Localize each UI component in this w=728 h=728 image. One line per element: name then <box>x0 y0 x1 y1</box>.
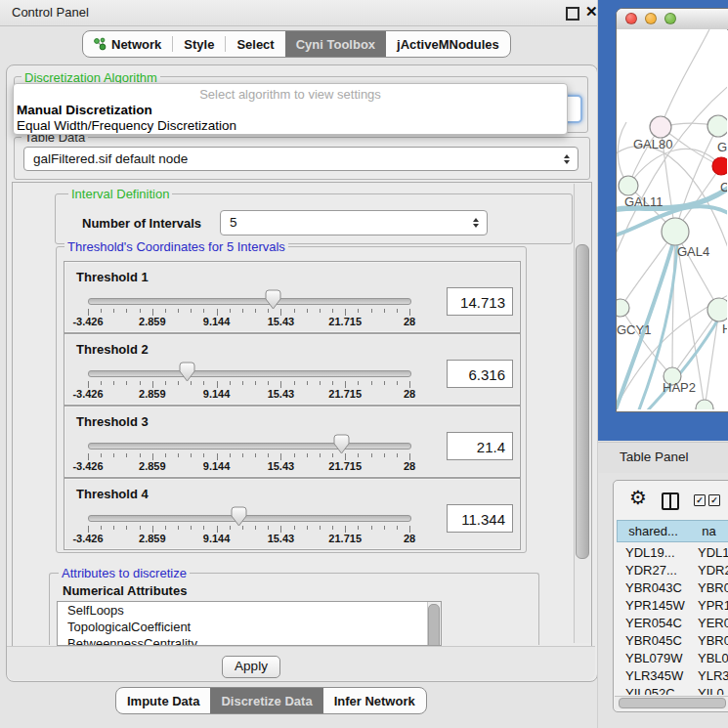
list-scrollbar-track[interactable] <box>427 602 441 645</box>
tick-mark <box>140 381 141 385</box>
apply-button[interactable]: Apply <box>222 656 280 678</box>
tick-mark <box>294 453 295 457</box>
tick-label: -3.426 <box>72 388 103 400</box>
network-node[interactable] <box>707 298 727 321</box>
float-window-icon[interactable] <box>566 7 579 21</box>
table-row[interactable]: YBL079WYBL0 <box>617 650 728 667</box>
network-node[interactable] <box>696 400 713 409</box>
tick-mark <box>191 309 192 313</box>
intervals-spinner[interactable]: 5 <box>220 210 488 236</box>
cell-name: YBR0 <box>698 632 728 650</box>
algorithm-option[interactable]: Equal Width/Frequency Discretization <box>14 118 567 134</box>
cell-name: YIL0 <box>698 685 724 695</box>
network-node[interactable] <box>619 176 638 195</box>
table-row[interactable]: YLR345WYLR3 <box>617 667 728 685</box>
table-row[interactable]: YBR043CYBR0 <box>617 579 728 597</box>
tab-impute-data[interactable]: Impute Data <box>116 688 210 713</box>
table-row[interactable]: YER054CYER0 <box>617 615 728 632</box>
network-canvas[interactable]: GAL80GACGAL11GAL4GCY1HHAP2 <box>617 29 727 409</box>
tick-mark <box>294 309 295 313</box>
tab-jactivemnodules[interactable]: jActiveMNodules <box>386 31 510 57</box>
attribute-list-item[interactable]: SelfLoops <box>58 602 441 619</box>
attribute-list-item[interactable]: TopologicalCoefficient <box>58 619 441 635</box>
slider-thumb[interactable] <box>231 506 247 527</box>
tick-mark <box>242 309 243 313</box>
cell-name: YDL1 <box>698 544 728 562</box>
tick-mark <box>165 526 166 530</box>
node-label: H <box>722 321 727 336</box>
tab-label: Style <box>184 37 214 52</box>
table-row[interactable]: YDL19...YDL1 <box>617 544 728 562</box>
tick-label: 21.715 <box>328 388 362 400</box>
column-header-shared[interactable]: shared... <box>617 520 690 542</box>
network-node[interactable] <box>707 115 727 137</box>
slider-thumb[interactable] <box>333 434 350 454</box>
list-scrollbar-thumb[interactable] <box>428 604 440 646</box>
threshold-value-field[interactable]: 14.713 <box>447 287 513 316</box>
panel-scrollbar-thumb[interactable] <box>576 244 589 559</box>
network-edge[interactable] <box>672 232 675 376</box>
close-icon[interactable]: ✕ <box>585 3 598 21</box>
network-edge[interactable] <box>661 29 709 127</box>
tab-label: Discretize Data <box>221 694 312 708</box>
threshold-row: Threshold 1-3.4262.8599.14415.4321.71528… <box>64 261 521 333</box>
table-row[interactable]: YDR27...YDR2 <box>617 562 728 579</box>
slider-thumb[interactable] <box>179 362 195 382</box>
tab-infer-network[interactable]: Infer Network <box>323 688 426 713</box>
threshold-value-field[interactable]: 21.4 <box>447 432 513 460</box>
network-edge[interactable] <box>621 308 672 376</box>
network-node[interactable] <box>650 116 671 138</box>
tick-mark <box>126 309 127 313</box>
table-row[interactable]: YPR145WYPR1 <box>617 597 728 615</box>
network-window-titlebar[interactable] <box>617 9 728 30</box>
stepper-arrows-icon <box>564 154 570 164</box>
slider-track[interactable] <box>88 515 411 522</box>
table-data-combobox[interactable]: galFiltered.sif default node <box>23 147 578 171</box>
cell-shared-name: YBR045C <box>625 632 682 650</box>
tick-mark <box>191 453 192 457</box>
tab-network[interactable]: Network <box>83 31 172 57</box>
algorithm-popup-placeholder: Select algorithm to view settings <box>14 86 567 103</box>
tick-label: -3.426 <box>72 533 103 544</box>
minimize-traffic-light-icon[interactable] <box>645 13 657 24</box>
tick-label: -3.426 <box>72 460 103 472</box>
network-node[interactable] <box>662 218 689 245</box>
network-node[interactable] <box>617 299 629 317</box>
numerical-attributes-label: Numerical Attributes <box>63 583 187 598</box>
table-row[interactable]: YIL052CYIL0 <box>617 685 728 695</box>
threshold-value-field[interactable]: 6.316 <box>447 360 513 388</box>
slider-track[interactable] <box>88 370 411 377</box>
spinner-arrows-icon <box>473 218 479 228</box>
tick-mark <box>152 309 153 316</box>
tab-select[interactable]: Select <box>226 31 284 57</box>
zoom-traffic-light-icon[interactable] <box>664 13 676 24</box>
tab-discretize-data[interactable]: Discretize Data <box>210 688 322 713</box>
tick-mark <box>371 309 372 313</box>
network-edge[interactable] <box>646 318 719 409</box>
close-traffic-light-icon[interactable] <box>625 13 637 24</box>
checkbox-icon[interactable]: ✓ <box>694 494 706 506</box>
split-column-icon[interactable] <box>662 492 679 510</box>
network-edge[interactable] <box>705 310 719 408</box>
tab-style[interactable]: Style <box>173 31 225 57</box>
table-row[interactable]: YBR045CYBR0 <box>617 632 728 650</box>
slider-track[interactable] <box>88 298 411 305</box>
network-graph: GAL80GACGAL11GAL4GCY1HHAP2 <box>617 29 727 409</box>
gear-icon[interactable]: ⚙ <box>629 488 647 507</box>
slider-thumb[interactable] <box>265 289 281 310</box>
tab-cyni-toolbox[interactable]: Cyni Toolbox <box>285 31 386 57</box>
attributes-group-label: Attributes to discretize <box>59 566 190 580</box>
node-label: HAP2 <box>663 380 696 395</box>
column-header-name[interactable]: na <box>689 520 728 542</box>
attribute-list-item[interactable]: BetweennessCentrality <box>58 635 441 646</box>
slider-track[interactable] <box>88 443 411 450</box>
algorithm-option[interactable]: Manual Discretization <box>14 103 567 118</box>
tick-mark <box>203 453 204 457</box>
hscrollbar-thumb[interactable] <box>619 698 726 708</box>
tick-mark <box>217 526 218 533</box>
checkbox-icon[interactable]: ✓ <box>708 494 720 506</box>
tick-mark <box>307 453 308 457</box>
threshold-value-field[interactable]: 11.344 <box>447 504 513 533</box>
network-node[interactable] <box>712 157 727 175</box>
tab-label: Select <box>236 37 274 52</box>
